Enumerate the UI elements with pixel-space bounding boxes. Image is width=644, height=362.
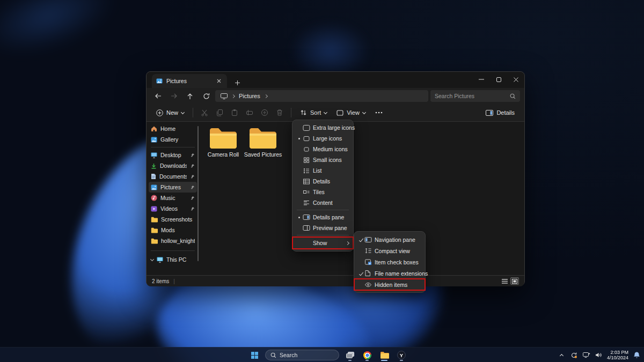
thumbnail-view-toggle-icon[interactable] [510, 277, 519, 285]
taskbar-app-file-explorer[interactable] [378, 349, 391, 361]
cut-button[interactable] [197, 106, 211, 119]
copy-button[interactable] [213, 106, 226, 119]
forward-button[interactable] [167, 90, 181, 102]
back-button[interactable] [151, 90, 165, 102]
file-name-extensions-icon [364, 270, 375, 277]
new-button-label: New [166, 109, 178, 116]
share-button[interactable] [258, 106, 272, 119]
notification-bell-icon[interactable] [632, 350, 641, 360]
menu-item-medium-icons[interactable]: Medium icons [292, 144, 353, 154]
pin-icon [190, 164, 195, 168]
details-view-icon [303, 178, 313, 185]
taskbar-app-chrome[interactable] [361, 349, 374, 361]
details-view-toggle-icon[interactable] [500, 277, 509, 285]
maximize-button[interactable] [490, 72, 507, 87]
paste-button[interactable] [228, 106, 241, 119]
folder-saved-pictures[interactable]: Saved Pictures [243, 125, 283, 158]
taskbar-search-label: Search [280, 352, 297, 358]
view-button-label: View [347, 109, 360, 116]
menu-item-compact-view[interactable]: Compact view [354, 245, 425, 256]
pictures-icon [151, 184, 157, 190]
menu-item-content[interactable]: Content [292, 197, 353, 208]
navigation-pane-icon [364, 237, 375, 243]
sidebar-item-desktop[interactable]: Desktop [149, 150, 197, 160]
sidebar-scrollbar[interactable] [197, 126, 199, 261]
menu-item-item-check-boxes[interactable]: Item check boxes [354, 256, 425, 268]
taskbar-app-task-window[interactable] [343, 349, 356, 361]
menu-item-file-name-extensions[interactable]: File name extensions [354, 268, 425, 279]
start-button[interactable] [248, 349, 261, 361]
item-count: 2 items [152, 278, 169, 284]
tray-chevron-up-icon[interactable] [558, 350, 566, 360]
refresh-button[interactable] [199, 90, 213, 102]
menu-item-details-pane[interactable]: Details pane [292, 212, 353, 223]
running-indicator [365, 360, 369, 361]
see-more-button[interactable] [371, 106, 387, 119]
new-tab-button[interactable] [231, 77, 243, 88]
preview-pane-icon [303, 225, 313, 231]
location-monitor-icon [221, 93, 228, 99]
menu-item-details[interactable]: Details [292, 176, 353, 187]
taskbar-app-game[interactable]: Y [395, 349, 408, 361]
gallery-icon [151, 137, 157, 143]
breadcrumb-location[interactable]: Pictures [239, 93, 260, 99]
folder-icon [248, 127, 277, 150]
menu-item-list[interactable]: List [292, 165, 353, 176]
expand-chevron-icon[interactable] [150, 257, 154, 261]
folder-camera-roll[interactable]: Camera Roll [203, 125, 243, 158]
breadcrumb-chevron-icon [264, 94, 268, 98]
sort-button[interactable]: Sort [296, 106, 331, 119]
details-pane-button[interactable]: Details [481, 106, 519, 119]
rename-button[interactable] [243, 106, 257, 119]
taskbar-search[interactable]: Search [265, 350, 339, 360]
sidebar-item-this-pc[interactable]: This PC [149, 254, 197, 265]
sidebar-item-documents[interactable]: Documents [149, 171, 197, 182]
minimize-button[interactable] [473, 72, 490, 87]
search-placeholder: Search Pictures [435, 93, 510, 99]
tray-network-icon[interactable] [582, 350, 591, 360]
sidebar-item-downloads[interactable]: Downloads [149, 160, 197, 171]
pin-icon [190, 196, 195, 201]
desktop-icon [151, 152, 157, 158]
tray-time: 2:03 PM [607, 350, 628, 355]
item-check-boxes-icon [364, 258, 375, 265]
new-button[interactable]: New [152, 106, 188, 119]
sidebar-item-home[interactable]: Home [149, 123, 197, 134]
close-button[interactable] [507, 72, 524, 87]
menu-item-extra-large-icons[interactable]: Extra large icons [292, 122, 353, 133]
sidebar-item-mods[interactable]: Mods [149, 225, 197, 235]
breadcrumb-bar[interactable]: Pictures [215, 90, 428, 102]
sidebar-item-music[interactable]: Music [149, 193, 197, 203]
pin-icon [190, 206, 195, 211]
tab-close-icon[interactable] [215, 77, 223, 85]
menu-item-show[interactable]: Show [292, 237, 353, 249]
chevron-down-icon [324, 110, 327, 114]
menu-item-navigation-pane[interactable]: Navigation pane [354, 234, 425, 245]
view-button[interactable]: View [332, 106, 370, 119]
sidebar-item-gallery[interactable]: Gallery [149, 134, 197, 145]
downloads-icon [151, 163, 157, 169]
menu-item-large-icons[interactable]: Large icons [292, 133, 353, 144]
delete-button[interactable] [273, 106, 287, 119]
menu-item-tiles[interactable]: Tiles [292, 187, 353, 197]
compact-view-icon [364, 247, 375, 254]
menu-item-small-icons[interactable]: Small icons [292, 154, 353, 165]
folder-icon [151, 227, 158, 233]
tray-volume-icon[interactable] [595, 350, 603, 360]
tray-update-icon[interactable] [570, 350, 579, 360]
tray-date: 4/10/2024 [607, 355, 628, 360]
tab-pictures[interactable]: Pictures [152, 74, 227, 88]
file-explorer-icon [380, 351, 389, 359]
sidebar-item-pictures[interactable]: Pictures [149, 182, 197, 193]
search-box[interactable]: Search Pictures [430, 90, 520, 102]
sidebar-item-screenshots[interactable]: Screenshots [149, 214, 197, 225]
medium-icons-icon [303, 146, 313, 153]
up-button[interactable] [183, 90, 197, 102]
sidebar-item-hollow-knight[interactable]: hollow_knight_[ [149, 235, 197, 246]
menu-item-hidden-items[interactable]: Hidden items [354, 279, 425, 290]
music-icon [151, 195, 157, 201]
details-pane-icon [303, 214, 313, 220]
tray-clock[interactable]: 2:03 PM 4/10/2024 [607, 350, 628, 360]
sidebar-item-videos[interactable]: Videos [149, 203, 197, 214]
menu-item-preview-pane[interactable]: Preview pane [292, 223, 353, 233]
